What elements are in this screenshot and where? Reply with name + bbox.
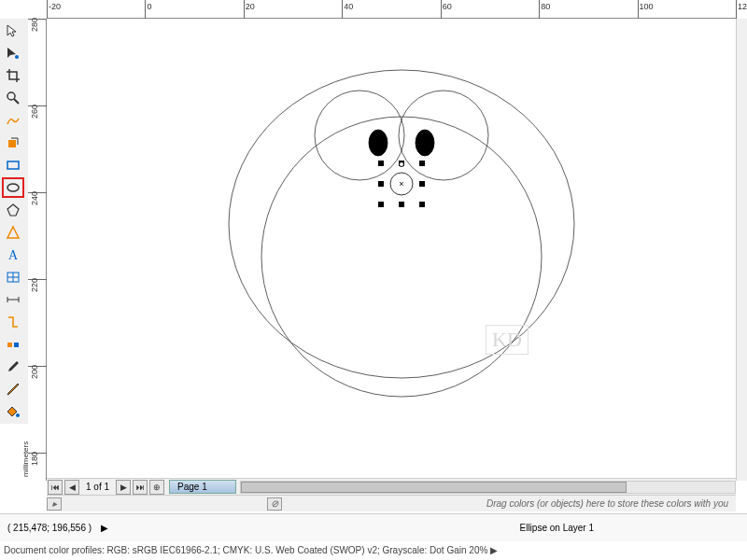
ruler-h-label: 80: [541, 2, 550, 11]
ellipse-tool[interactable]: [2, 177, 24, 198]
ruler-v-label: 260: [30, 105, 39, 119]
svg-marker-7: [7, 227, 19, 238]
selection-handle[interactable]: [419, 161, 425, 166]
page-last-button[interactable]: ⏭: [133, 480, 148, 495]
rotation-handle[interactable]: [399, 161, 404, 167]
ruler-v-label: 220: [30, 278, 39, 292]
table-tool[interactable]: [2, 267, 24, 287]
ruler-v-label: 200: [30, 365, 39, 379]
ruler-h-label: 100: [640, 2, 654, 11]
ruler-v-label: 240: [30, 191, 39, 205]
svg-rect-4: [7, 161, 19, 169]
shape-ellipse[interactable]: [416, 130, 434, 156]
outline-tool[interactable]: [2, 379, 24, 399]
ruler-v-label: 280: [30, 18, 39, 32]
text-tool[interactable]: A: [2, 245, 24, 265]
svg-point-5: [7, 184, 19, 191]
palette-arrow-icon[interactable]: ▸: [47, 497, 62, 511]
shape-ellipse[interactable]: [369, 130, 388, 156]
page-tab[interactable]: Page 1: [169, 480, 236, 494]
scrollbar-horizontal-thumb[interactable]: [241, 482, 627, 493]
svg-point-1: [7, 92, 15, 100]
selection-handle[interactable]: [419, 202, 425, 207]
ruler-h-label: -20: [49, 2, 61, 11]
selection-handle[interactable]: [378, 202, 384, 207]
pick-tool[interactable]: [2, 21, 24, 41]
page-prev-button[interactable]: ◀: [64, 480, 79, 495]
page-add-button[interactable]: ⊕: [149, 480, 164, 495]
ruler-h-label: 40: [344, 2, 353, 11]
shape-ellipse[interactable]: [399, 91, 488, 180]
dimension-tool[interactable]: [2, 289, 24, 310]
ruler-horizontal[interactable]: -20020406080100120: [47, 0, 736, 19]
shape-ellipse[interactable]: [261, 117, 542, 397]
selection-handle[interactable]: [378, 161, 384, 166]
scrollbar-horizontal[interactable]: [240, 481, 736, 494]
shape-tool[interactable]: [2, 43, 24, 63]
selection-handle[interactable]: [399, 202, 404, 207]
page-first-button[interactable]: ⏮: [48, 480, 63, 495]
toolbox: A: [0, 19, 28, 424]
palette-none-icon[interactable]: ⊘: [267, 497, 282, 511]
page-navigator: ⏮ ◀ 1 of 1 ▶ ⏭ ⊕ Page 1: [47, 478, 736, 495]
object-info: Ellipse on Layer 1: [520, 523, 744, 533]
freehand-tool[interactable]: [2, 110, 24, 131]
fill-tool[interactable]: [2, 401, 24, 422]
selection-handle[interactable]: [419, 181, 425, 187]
polygon-tool[interactable]: [2, 200, 24, 220]
svg-point-0: [15, 55, 19, 59]
svg-marker-6: [7, 204, 19, 216]
ruler-v-label: 180: [30, 452, 39, 466]
color-dock-hint: Drag colors (or objects) here to store t…: [486, 498, 728, 509]
status-bar: ( 215,478; 196,556 ) ▶ Ellipse on Layer …: [0, 513, 747, 541]
svg-rect-15: [7, 343, 12, 347]
eyedropper-tool[interactable]: [2, 357, 24, 377]
page-next-button[interactable]: ▶: [116, 480, 131, 495]
crop-tool[interactable]: [2, 65, 24, 86]
color-profile-bar: Document color profiles: RGB: sRGB IEC61…: [0, 543, 747, 560]
canvas-svg: [47, 19, 736, 481]
shape-ellipse[interactable]: [315, 91, 404, 180]
scrollbar-vertical[interactable]: [736, 19, 747, 481]
ruler-h-label: 120: [738, 2, 747, 11]
color-dock-strip[interactable]: ▸ ⊘ Drag colors (or objects) here to sto…: [47, 495, 736, 511]
page-counter: 1 of 1: [80, 482, 115, 492]
drawing-canvas[interactable]: × KD: [47, 19, 736, 481]
connector-tool[interactable]: [2, 312, 24, 332]
ruler-h-label: 20: [246, 2, 255, 11]
status-expand-icon[interactable]: ▶: [101, 523, 108, 533]
ruler-h-label: 0: [147, 2, 151, 11]
svg-rect-16: [14, 343, 19, 347]
watermark-logo: KD: [486, 325, 529, 355]
cursor-coordinates: ( 215,478; 196,556 ): [4, 521, 95, 535]
svg-line-2: [14, 99, 19, 104]
basic-shapes-tool[interactable]: [2, 222, 24, 243]
svg-rect-3: [8, 140, 16, 147]
rectangle-tool[interactable]: [2, 155, 24, 175]
svg-point-17: [16, 413, 20, 417]
selection-center-icon[interactable]: ×: [397, 179, 406, 189]
ruler-vertical[interactable]: millimeters 280260240220200180: [28, 19, 47, 481]
svg-text:A: A: [8, 248, 19, 262]
zoom-tool[interactable]: [2, 88, 24, 108]
smart-fill-tool[interactable]: [2, 133, 24, 153]
ruler-h-label: 60: [443, 2, 452, 11]
blend-tool[interactable]: [2, 334, 24, 355]
selection-handle[interactable]: [378, 181, 384, 187]
ruler-unit-label: millimeters: [21, 441, 30, 477]
